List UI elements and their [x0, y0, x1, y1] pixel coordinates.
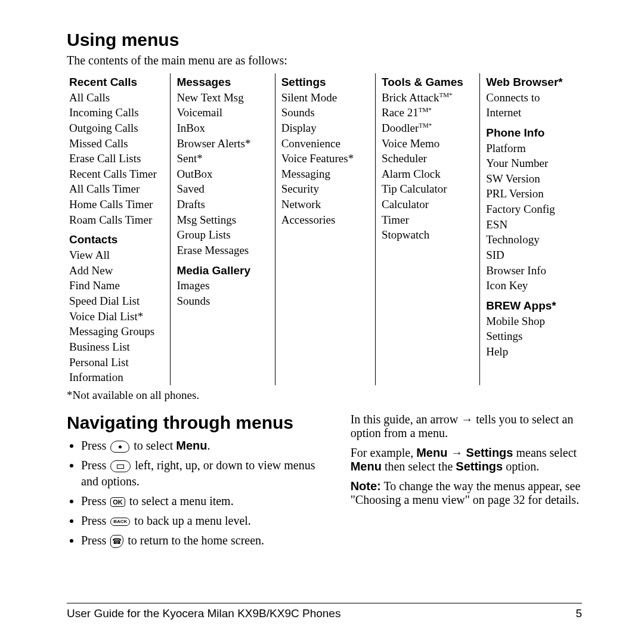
menu-item: Silent Mode	[281, 90, 368, 106]
text: For example,	[351, 446, 417, 459]
menu-item: Outgoing Calls	[69, 120, 163, 136]
menu-item: Platform	[486, 141, 575, 156]
text: Press	[81, 494, 109, 507]
nav-bullet-5: Press ☎ to return to the home screen.	[81, 532, 327, 549]
menu-item: Incoming Calls	[69, 105, 163, 120]
footnote: *Not available on all phones.	[67, 389, 582, 402]
menu-column: Tools & GamesBrick AttackTM*Race 21TM*Do…	[375, 73, 479, 385]
menu-item: Your Number	[486, 156, 575, 171]
menu-group-title: Tools & Games	[382, 75, 472, 90]
page-number: 5	[575, 607, 582, 620]
menu-item: Accessories	[281, 212, 368, 228]
menu-item: Roam Calls Timer	[69, 212, 163, 228]
menu-item: Display	[281, 120, 368, 136]
menu-label: Menu	[176, 439, 207, 452]
menu-item: Voice Memo	[382, 136, 472, 151]
text: means select	[513, 446, 577, 459]
menu-item: Technology	[486, 232, 575, 247]
end-key-icon: ☎	[110, 535, 123, 548]
menu-column: Web Browser*Connects to InternetPhone In…	[479, 73, 582, 385]
intro-text: The contents of the main menu are as fol…	[67, 54, 582, 67]
menu-item: Images	[177, 278, 267, 293]
text: To change the way the menus appear, see …	[351, 479, 581, 506]
menu-item: Msg Settings	[177, 212, 267, 228]
navigation-key-icon	[110, 460, 131, 472]
menu-item: Tip Calculator	[382, 181, 472, 197]
menu-item: Stopwatch	[382, 227, 472, 243]
menu-item: Timer	[382, 212, 472, 228]
menu-item: Scheduler	[382, 151, 472, 166]
menu-group-title: Settings	[281, 75, 368, 90]
menu-item: Mobile Shop	[486, 314, 575, 329]
nav-bullet-1: Press to select Menu.	[81, 438, 327, 454]
nav-bullet-4: Press BACK to back up a menu level.	[81, 513, 327, 529]
heading-navigating: Navigating through menus	[67, 413, 327, 433]
menu-item: SID	[486, 247, 575, 263]
nav-bullet-2: Press left, right, up, or down to view m…	[81, 457, 327, 490]
menu-item: PRL Version	[486, 186, 575, 202]
heading-using-menus: Using menus	[67, 30, 582, 50]
menu-column: MessagesNew Text MsgVoicemailInBoxBrowse…	[170, 73, 274, 385]
menu-item: Calculator	[382, 197, 472, 212]
text: In this guide, an arrow	[351, 413, 462, 426]
guide-arrow-paragraph: In this guide, an arrow → tells you to s…	[351, 413, 582, 440]
menu-group-title: Media Gallery	[177, 263, 267, 278]
menu-item: Voicemail	[177, 105, 267, 120]
menu-item: All Calls	[69, 90, 163, 106]
menu-label: Menu	[351, 460, 382, 473]
menu-item: Help	[486, 344, 575, 360]
center-key-icon	[110, 441, 129, 453]
text: to return to the home screen.	[128, 534, 264, 547]
text: then select the	[382, 460, 456, 473]
menu-item: Saved	[177, 181, 267, 197]
menu-item: Drafts	[177, 197, 267, 212]
text: option.	[503, 460, 539, 473]
menu-item: Group Lists	[177, 227, 267, 243]
menu-item: Find Name	[69, 278, 163, 293]
text: Press	[81, 439, 109, 452]
nav-bullet-list: Press to select Menu. Press left, right,…	[67, 438, 327, 549]
menu-column: SettingsSilent ModeSoundsDisplayConvenie…	[275, 73, 375, 385]
menu-item: New Text Msg	[177, 90, 267, 106]
menu-item: Sounds	[177, 293, 267, 309]
menu-item: Add New	[69, 263, 163, 278]
menu-group-title: Recent Calls	[69, 75, 163, 90]
back-key-icon: BACK	[110, 518, 130, 526]
text: to back up a menu level.	[134, 514, 251, 527]
menu-item: Missed Calls	[69, 136, 163, 151]
note-label: Note:	[351, 479, 381, 493]
menu-item: Icon Key	[486, 278, 575, 293]
menu-item: Business List	[69, 339, 163, 355]
menu-item: Race 21TM*	[382, 105, 472, 120]
menu-item: Messaging	[281, 166, 368, 182]
arrow-icon: →	[461, 413, 473, 426]
menu-item: Connects to Internet	[486, 90, 575, 120]
settings-label: Settings	[466, 446, 513, 459]
menu-item: Factory Config	[486, 202, 575, 217]
note-paragraph: Note: To change the way the menus appear…	[351, 479, 582, 507]
menu-table: Recent CallsAll CallsIncoming CallsOutgo…	[67, 73, 582, 385]
menu-item: Personal List	[69, 355, 163, 370]
text: to select	[134, 439, 176, 452]
ok-key-icon: OK	[110, 497, 125, 507]
menu-item: Settings	[486, 329, 575, 344]
menu-item: ESN	[486, 217, 575, 233]
menu-item: Voice Dial List*	[69, 309, 163, 324]
menu-item: All Calls Timer	[69, 181, 163, 197]
text: to select a menu item.	[129, 494, 234, 507]
menu-item: Recent Calls Timer	[69, 166, 163, 182]
text: .	[208, 439, 210, 452]
menu-group-title: Phone Info	[486, 125, 575, 141]
menu-item: Home Calls Timer	[69, 197, 163, 212]
menu-item: Erase Messages	[177, 243, 267, 258]
menu-item: InBox	[177, 120, 267, 136]
text: Press	[81, 514, 109, 527]
menu-item: OutBox	[177, 166, 267, 182]
page-footer: User Guide for the Kyocera Milan KX9B/KX…	[67, 603, 582, 620]
menu-group-title: Messages	[177, 75, 267, 90]
menu-item: Voice Features*	[281, 151, 368, 166]
menu-item: Alarm Clock	[382, 166, 472, 182]
text: Press	[81, 459, 109, 472]
menu-item: Sent*	[177, 151, 267, 166]
menu-label: Menu	[416, 446, 447, 459]
